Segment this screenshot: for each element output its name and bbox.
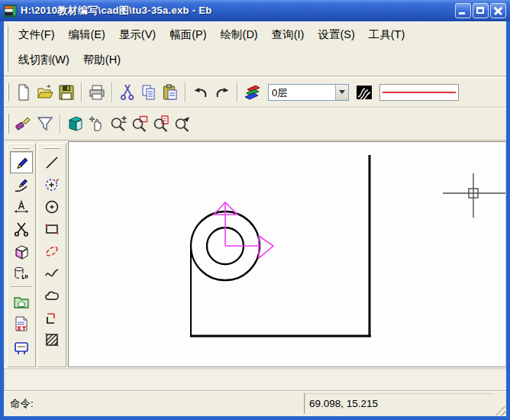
pan-hand-icon	[88, 115, 106, 133]
undo-button[interactable]	[190, 82, 211, 103]
tool-plot-cart[interactable]	[10, 334, 33, 357]
paste-clipboard-icon	[161, 83, 179, 102]
sidebar-left-grip[interactable]	[13, 147, 30, 149]
new-button[interactable]	[13, 82, 34, 103]
toolbar-separator	[81, 82, 82, 102]
standard-toolbar: 0层	[4, 77, 506, 108]
tool-draw-pencil[interactable]	[10, 151, 33, 173]
tool-circle[interactable]	[40, 195, 63, 218]
window-title: H:\2010教材编写\cad图\tu3-35a.exb - Eb	[21, 4, 451, 18]
construction-circle-icon	[44, 176, 60, 193]
tool-hatch[interactable]	[40, 328, 63, 351]
sidebar-column-right	[37, 143, 66, 367]
toolbar2-grip[interactable]	[7, 114, 9, 134]
current-line-style	[382, 92, 456, 93]
tool-folder-home[interactable]	[10, 290, 33, 312]
drawing-canvas[interactable]	[68, 141, 506, 367]
tool-library-cylinder[interactable]	[10, 262, 33, 284]
maximize-button[interactable]	[473, 3, 489, 18]
menu-row-1: 文件(F) 编辑(E) 显示(V) 幅面(P) 绘制(D) 查询(I) 设置(S…	[11, 21, 506, 47]
sidebar-right-grip[interactable]	[44, 147, 60, 149]
menu-wirecut[interactable]: 线切割(W)	[11, 50, 76, 69]
close-icon	[491, 4, 505, 18]
tool-spline[interactable]	[40, 262, 63, 284]
menu-file[interactable]: 文件(F)	[11, 25, 62, 44]
layer-style-button[interactable]	[353, 82, 375, 103]
menu-paper[interactable]: 幅面(P)	[163, 25, 213, 44]
toolbar-separator	[237, 82, 238, 102]
menu-help[interactable]: 帮助(H)	[76, 50, 128, 69]
view-toolbar	[4, 108, 506, 141]
menu-tools[interactable]: 工具(T)	[362, 25, 412, 44]
print-button[interactable]	[86, 82, 108, 103]
close-button[interactable]	[490, 3, 506, 18]
coordinate-readout: 69.098, 15.215	[304, 393, 494, 414]
chevron-down-icon[interactable]	[335, 85, 348, 100]
menu-view[interactable]: 显示(V)	[112, 25, 163, 44]
tool-sketch-pen[interactable]	[10, 173, 33, 195]
erase-button[interactable]	[13, 113, 34, 134]
drawing-svg	[69, 142, 506, 367]
zoom-dynamic-button[interactable]	[108, 113, 129, 134]
pan-button[interactable]	[86, 113, 108, 134]
layer-selector[interactable]: 0层	[268, 84, 349, 101]
menu-query[interactable]: 查询(I)	[265, 25, 311, 44]
menu-edit[interactable]: 编辑(E)	[62, 25, 112, 44]
layer-selector-value: 0层	[269, 85, 335, 100]
open-button[interactable]	[34, 82, 56, 103]
minimize-button[interactable]	[455, 3, 471, 18]
tool-dimension-text[interactable]	[10, 195, 33, 218]
maximize-icon	[476, 7, 484, 14]
filter-button[interactable]	[34, 113, 56, 134]
redraw-button[interactable]	[65, 113, 86, 134]
tool-ellipse[interactable]	[40, 240, 63, 262]
copy-button[interactable]	[138, 82, 160, 103]
menu-draw[interactable]: 绘制(D)	[214, 25, 265, 44]
new-file-icon	[15, 83, 33, 102]
pencil-icon	[13, 154, 30, 171]
main-area	[4, 141, 506, 367]
block-cube-icon	[13, 243, 30, 260]
undo-icon	[192, 83, 210, 102]
toolbar-separator	[111, 82, 113, 102]
tool-cloud[interactable]	[40, 284, 63, 306]
zoom-previous-button[interactable]	[172, 113, 193, 134]
redraw-book-icon	[66, 115, 85, 133]
title-bar[interactable]: H:\2010教材编写\cad图\tu3-35a.exb - Eb	[0, 0, 510, 21]
redo-button[interactable]	[211, 82, 233, 103]
line-style-preview[interactable]	[379, 84, 459, 101]
minimize-icon	[459, 12, 465, 15]
hatch-icon	[44, 331, 60, 348]
toolbar-separator	[185, 82, 186, 102]
tool-line[interactable]	[40, 151, 63, 173]
zoom-window-button[interactable]	[129, 113, 150, 134]
plot-cart-icon	[13, 338, 30, 354]
toolbar1-grip[interactable]	[7, 83, 9, 101]
save-button[interactable]	[56, 82, 77, 103]
app-window: H:\2010教材编写\cad图\tu3-35a.exb - Eb 文件(F) …	[0, 0, 510, 420]
paste-button[interactable]	[160, 82, 181, 103]
menu-bar: 文件(F) 编辑(E) 显示(V) 幅面(P) 绘制(D) 查询(I) 设置(S…	[4, 21, 506, 76]
tool-polyline-corner[interactable]	[40, 306, 63, 328]
menu-settings[interactable]: 设置(S)	[311, 25, 361, 44]
tool-sidebar	[4, 141, 68, 367]
zoom-window-icon	[131, 115, 149, 133]
zoom-all-icon	[152, 115, 170, 133]
tool-rectangle[interactable]	[40, 218, 63, 240]
command-prompt-label: 命令:	[4, 397, 40, 411]
zoom-all-button[interactable]	[150, 113, 172, 134]
ellipse-icon	[44, 243, 60, 260]
sidebar-separator	[11, 286, 32, 288]
xy-data-page-icon	[13, 315, 30, 332]
layer-style-icon	[354, 82, 374, 102]
spline-icon	[44, 265, 60, 282]
tool-xy-data[interactable]	[10, 312, 33, 334]
tool-construction-circle[interactable]	[40, 173, 63, 195]
layers-button[interactable]	[242, 82, 263, 103]
tool-trim-scissors[interactable]	[10, 218, 33, 240]
menubar-grip[interactable]	[6, 26, 8, 71]
cut-button[interactable]	[117, 82, 138, 103]
zoom-dynamic-icon	[109, 115, 128, 133]
resize-grip[interactable]	[495, 405, 505, 415]
tool-block-cube[interactable]	[10, 240, 33, 262]
